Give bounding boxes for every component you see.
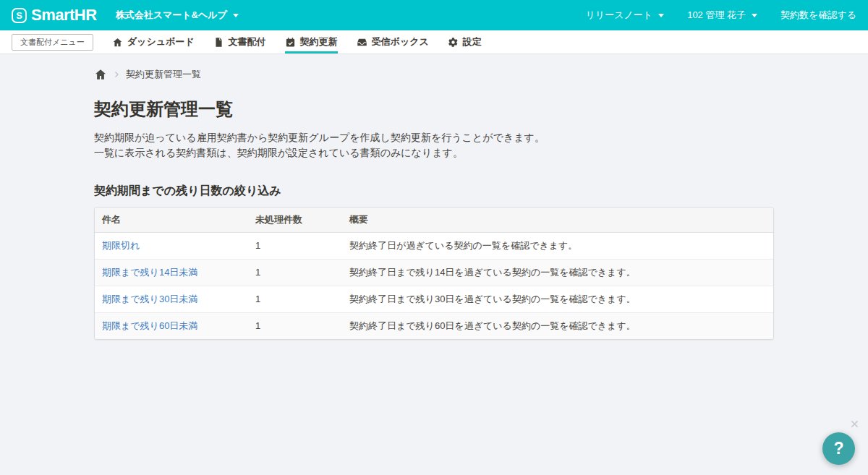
row-count: 1	[248, 312, 342, 339]
tab-dashboard[interactable]: ダッシュボード	[112, 30, 195, 54]
contract-count-label: 契約数を確認する	[780, 9, 856, 22]
company-selector[interactable]: 株式会社スマート&ヘルプ	[116, 9, 239, 22]
header-right: リリースノート 102 管理 花子 契約数を確認する	[586, 9, 856, 22]
help-button[interactable]: ?	[822, 432, 855, 465]
tab-label: 設定	[463, 35, 482, 48]
chevron-down-icon	[233, 14, 239, 17]
row-count: 1	[248, 232, 342, 259]
table-row: 期限まで残り60日未満 1 契約終了日まで残り60日を過ぎている契約の一覧を確認…	[95, 312, 773, 339]
document-menu-badge[interactable]: 文書配付メニュー	[12, 34, 93, 51]
table-row: 期限まで残り30日未満 1 契約終了日まで残り30日を過ぎている契約の一覧を確認…	[95, 286, 773, 312]
close-icon[interactable]	[849, 419, 860, 429]
calendar-icon	[285, 37, 296, 48]
chevron-down-icon	[658, 14, 664, 17]
breadcrumb-current: 契約更新管理一覧	[126, 68, 201, 81]
main-nav: 文書配付メニュー ダッシュボード 文書配付 契約更新	[0, 30, 868, 54]
row-count: 1	[248, 259, 342, 286]
tab-label: 受信ボックス	[372, 35, 429, 48]
filter-table-container: 件名 未処理件数 概要 期限切れ 1 契約終了日が過ぎている契約の一覧を確認でき…	[94, 207, 774, 340]
table-header-row: 件名 未処理件数 概要	[95, 207, 773, 233]
account-label: 102 管理 花子	[687, 9, 746, 22]
app-header: S SmartHR 株式会社スマート&ヘルプ リリースノート 102 管理 花子…	[0, 0, 868, 30]
table-row: 期限まで残り14日未満 1 契約終了日まで残り14日を過ぎている契約の一覧を確認…	[95, 259, 773, 286]
column-header-name: 件名	[95, 207, 248, 233]
gear-icon	[448, 37, 459, 48]
tab-contract-renewal[interactable]: 契約更新	[285, 30, 338, 54]
row-link-under-14-days[interactable]: 期限まで残り14日未満	[102, 267, 197, 278]
page-description-line1: 契約期限が迫っている雇用契約書から契約更新グループを作成し契約更新を行うことがで…	[94, 130, 774, 145]
chevron-right-icon	[112, 70, 121, 79]
contract-count-link[interactable]: 契約数を確認する	[780, 9, 856, 22]
breadcrumb: 契約更新管理一覧	[94, 68, 774, 81]
table-row: 期限切れ 1 契約終了日が過ぎている契約の一覧を確認できます。	[95, 232, 773, 259]
row-summary: 契約終了日まで残り60日を過ぎている契約の一覧を確認できます。	[342, 312, 773, 339]
home-icon	[112, 37, 123, 48]
company-name: 株式会社スマート&ヘルプ	[116, 9, 227, 22]
inbox-icon	[357, 37, 367, 48]
row-link-under-60-days[interactable]: 期限まで残り60日未満	[102, 320, 197, 331]
row-summary: 契約終了日が過ぎている契約の一覧を確認できます。	[342, 232, 773, 259]
brand-name: SmartHR	[31, 6, 97, 25]
row-link-expired[interactable]: 期限切れ	[102, 240, 140, 251]
release-notes-label: リリースノート	[586, 9, 653, 22]
release-notes-menu[interactable]: リリースノート	[586, 9, 665, 22]
smarthr-logo[interactable]: S SmartHR	[12, 6, 97, 25]
home-icon[interactable]	[94, 68, 107, 81]
tab-settings[interactable]: 設定	[448, 30, 482, 54]
smarthr-logo-icon: S	[12, 8, 27, 23]
chevron-down-icon	[752, 14, 757, 17]
tab-label: 契約更新	[300, 35, 338, 48]
row-summary: 契約終了日まで残り30日を過ぎている契約の一覧を確認できます。	[342, 286, 773, 312]
column-header-summary: 概要	[342, 207, 773, 233]
page-description-line2: 一覧に表示される契約書類は、契約期限が設定されている書類のみになります。	[94, 145, 774, 161]
tab-label: 文書配付	[229, 35, 266, 48]
section-heading: 契約期間までの残り日数の絞り込み	[94, 184, 774, 199]
tab-label: ダッシュボード	[127, 35, 195, 48]
tab-inbox[interactable]: 受信ボックス	[357, 30, 429, 54]
filter-table: 件名 未処理件数 概要 期限切れ 1 契約終了日が過ぎている契約の一覧を確認でき…	[95, 207, 773, 339]
document-icon	[213, 37, 224, 48]
column-header-count: 未処理件数	[248, 207, 342, 233]
page-title: 契約更新管理一覧	[94, 98, 774, 121]
row-summary: 契約終了日まで残り14日を過ぎている契約の一覧を確認できます。	[342, 259, 773, 286]
account-menu[interactable]: 102 管理 花子	[687, 9, 757, 22]
row-count: 1	[248, 286, 342, 312]
content: 契約更新管理一覧 契約更新管理一覧 契約期限が迫っている雇用契約書から契約更新グ…	[94, 68, 774, 340]
row-link-under-30-days[interactable]: 期限まで残り30日未満	[102, 294, 197, 304]
tab-document-delivery[interactable]: 文書配付	[213, 30, 266, 54]
